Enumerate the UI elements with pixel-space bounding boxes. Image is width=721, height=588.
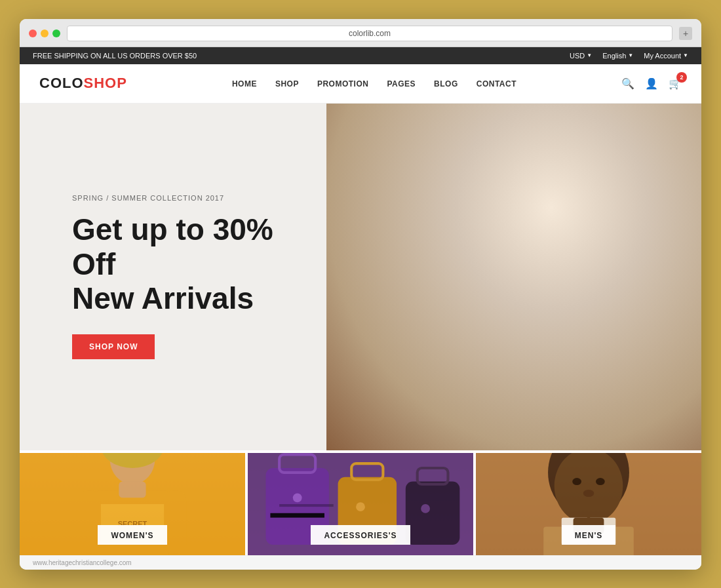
womens-label: WOMEN'S [111,531,153,540]
search-icon[interactable]: 🔍 [621,77,634,90]
maximize-dot[interactable] [52,29,60,37]
hero-model-svg [326,104,701,450]
svg-rect-29 [119,481,146,498]
nav-link-home[interactable]: HOME [232,79,257,88]
shop-now-button[interactable]: SHOP NOW [72,334,155,359]
svg-point-47 [572,478,581,485]
top-controls: USD ▼ English ▼ My Account ▼ [570,52,688,60]
hero-image [326,104,701,450]
nav-link-pages[interactable]: PAGES [387,79,416,88]
category-womens[interactable]: SECRET WOMEN'S [20,453,245,555]
svg-rect-38 [406,481,460,544]
svg-rect-15 [399,238,452,377]
svg-rect-31 [164,490,186,553]
nav-link-shop[interactable]: SHOP [275,79,299,88]
category-accessories[interactable]: ACCESSORIES'S [245,453,473,555]
nav-item-home[interactable]: HOME [232,77,257,89]
category-mens[interactable]: MEN'S [473,453,701,555]
svg-rect-16 [575,238,629,377]
footer-url: www.heritagechristiancollege.com [33,559,132,566]
cart-icon[interactable]: 🛒 2 [669,77,682,90]
nav-item-shop[interactable]: SHOP [275,77,299,89]
nav-item-promotion[interactable]: PROMOTION [317,77,369,89]
svg-point-3 [448,130,502,200]
svg-rect-19 [575,261,629,269]
currency-label: USD [570,52,585,60]
svg-rect-17 [399,261,452,269]
svg-point-5 [471,111,518,165]
svg-rect-35 [270,513,324,517]
nav-link-promotion[interactable]: PROMOTION [317,79,369,88]
svg-rect-20 [575,284,629,290]
mens-label-wrap: MEN'S [562,525,616,545]
hero-title: Get up to 30% Off New Arrivals [72,212,295,317]
nav-link-contact[interactable]: CONTACT [477,79,516,88]
language-caret: ▼ [628,52,633,58]
currency-dropdown[interactable]: USD ▼ [570,52,592,60]
svg-point-7 [482,149,547,227]
categories-section: SECRET WOMEN'S [20,450,701,555]
mens-label: MEN'S [575,531,603,540]
nav-icons: 🔍 👤 🛒 2 [621,77,682,90]
browser-chrome: colorlib.com + [20,19,701,47]
svg-point-4 [526,130,579,200]
svg-rect-10 [448,284,579,290]
new-tab-button[interactable]: + [679,27,692,40]
nav-item-contact[interactable]: CONTACT [477,77,516,89]
svg-point-1 [471,130,556,231]
svg-rect-8 [448,238,579,450]
svg-point-2 [456,104,572,196]
announcement-bar: FREE SHIPPING ON ALL US ORDERS OVER $50 … [20,47,701,64]
svg-rect-40 [279,504,334,507]
svg-rect-9 [448,261,579,270]
svg-rect-21 [495,223,534,246]
svg-point-42 [356,502,365,511]
accessories-label-wrap: ACCESSORIES'S [311,525,410,545]
logo-colo: COLO [39,75,84,91]
minimize-dot[interactable] [41,29,49,37]
account-caret: ▼ [683,52,688,58]
announcement-message: FREE SHIPPING ON ALL US ORDERS OVER $50 [33,52,197,60]
svg-point-48 [596,478,605,485]
svg-rect-11 [448,307,579,317]
account-dropdown[interactable]: My Account ▼ [644,52,688,60]
svg-point-41 [293,493,302,502]
language-label: English [602,52,626,60]
svg-point-22 [503,205,525,214]
accessories-label: ACCESSORIES'S [324,531,397,540]
account-label: My Account [644,52,681,60]
nav-item-pages[interactable]: PAGES [387,77,416,89]
hero-content: SPRING / SUMMER COLLECTION 2017 Get up t… [20,168,347,386]
svg-point-49 [583,489,594,496]
hero-model-figure [326,104,701,450]
nav-item-blog[interactable]: BLOG [434,77,458,89]
close-dot[interactable] [29,29,37,37]
logo[interactable]: COLOSHOP [39,75,127,92]
svg-rect-18 [399,284,452,290]
svg-rect-0 [326,104,701,450]
svg-point-43 [421,504,430,513]
svg-rect-14 [448,377,579,383]
main-nav: COLOSHOP HOME SHOP PROMOTION PAGES BLOG … [20,64,701,104]
user-icon[interactable]: 👤 [645,77,658,90]
browser-window: colorlib.com + FREE SHIPPING ON ALL US O… [20,19,701,570]
svg-rect-12 [448,330,579,336]
hero-subtitle: SPRING / SUMMER COLLECTION 2017 [72,194,295,202]
hero-section: SPRING / SUMMER COLLECTION 2017 Get up t… [20,104,701,450]
language-dropdown[interactable]: English ▼ [602,52,633,60]
footer-bar: www.heritagechristiancollege.com [20,555,701,570]
womens-label-wrap: WOMEN'S [98,525,166,545]
address-bar[interactable]: colorlib.com [67,26,672,41]
hero-title-line2: New Arrivals [72,281,254,315]
cart-badge: 2 [676,72,687,83]
nav-link-blog[interactable]: BLOG [434,79,458,88]
svg-rect-13 [448,354,579,363]
logo-shop: SHOP [84,75,127,91]
nav-links: HOME SHOP PROMOTION PAGES BLOG CONTACT [232,77,516,89]
browser-dots [29,29,60,37]
svg-point-6 [510,111,556,165]
hero-title-line1: Get up to 30% Off [72,212,273,281]
currency-caret: ▼ [587,52,592,58]
